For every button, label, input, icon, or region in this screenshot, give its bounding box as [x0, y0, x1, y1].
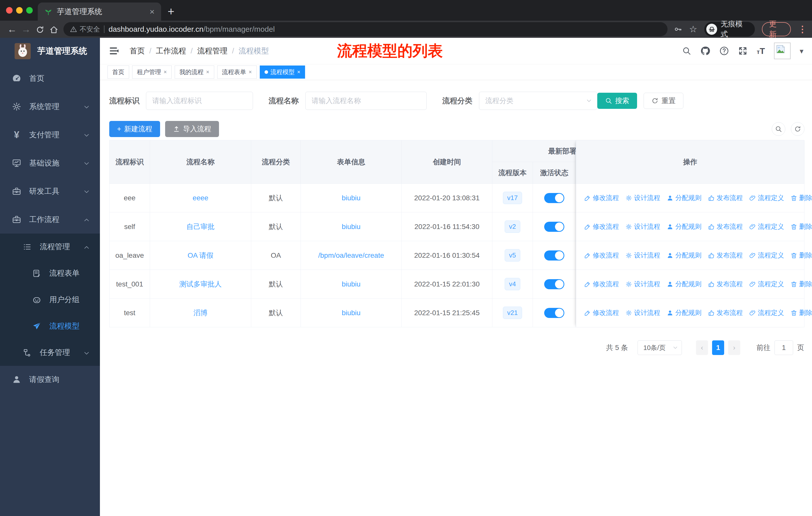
close-icon[interactable]: ×: [297, 69, 300, 75]
cell-form-link[interactable]: biubiu: [301, 212, 402, 241]
sidebar-item-infra[interactable]: 基础设施: [0, 149, 100, 177]
url-text[interactable]: dashboard.yudao.iocoder.cn/bpm/manager/m…: [109, 25, 274, 33]
sidebar-item-home[interactable]: 首页: [0, 64, 100, 92]
edit-process-link[interactable]: 修改流程: [584, 193, 619, 202]
edit-process-link[interactable]: 修改流程: [584, 251, 619, 260]
delete-link[interactable]: 删除: [791, 280, 812, 289]
active-toggle[interactable]: [544, 193, 564, 203]
help-icon[interactable]: [719, 46, 729, 56]
sidebar-item-workflow[interactable]: 工作流程: [0, 205, 100, 234]
sidebar-item-process-model[interactable]: 流程模型: [0, 313, 100, 340]
cell-name-link[interactable]: 滔博: [150, 299, 251, 327]
process-category-select[interactable]: 流程分类: [479, 92, 597, 110]
assign-rule-link[interactable]: 分配规则: [667, 222, 701, 231]
publish-process-link[interactable]: 发布流程: [708, 193, 743, 202]
cell-name-link[interactable]: eeee: [150, 184, 251, 212]
sidebar-item-process-form[interactable]: 流程表单: [0, 260, 100, 287]
address-bar[interactable]: 不安全 dashboard.yudao.iocoder.cn/bpm/manag…: [63, 22, 668, 36]
key-icon[interactable]: [674, 25, 682, 33]
cell-form-link[interactable]: biubiu: [301, 270, 402, 299]
tag-home[interactable]: 首页: [108, 65, 129, 79]
assign-rule-link[interactable]: 分配规则: [667, 280, 701, 289]
sidebar-item-payment[interactable]: ¥ 支付管理: [0, 121, 100, 149]
process-id-input[interactable]: [146, 92, 253, 110]
publish-process-link[interactable]: 发布流程: [708, 222, 743, 231]
forward-button[interactable]: →: [19, 24, 33, 35]
browser-menu-icon[interactable]: ⋮: [798, 24, 807, 34]
page-size-select[interactable]: 10条/页: [638, 341, 682, 355]
design-process-link[interactable]: 设计流程: [626, 222, 660, 231]
delete-link[interactable]: 删除: [791, 222, 812, 231]
edit-process-link[interactable]: 修改流程: [584, 308, 619, 317]
assign-rule-link[interactable]: 分配规则: [667, 251, 701, 260]
search-button[interactable]: 搜索: [597, 93, 637, 109]
reload-button[interactable]: [33, 24, 47, 35]
process-definition-link[interactable]: 流程定义: [749, 251, 784, 260]
sidebar-item-system[interactable]: 系统管理: [0, 92, 100, 121]
refresh-table-button[interactable]: [791, 122, 805, 136]
edit-process-link[interactable]: 修改流程: [584, 280, 619, 289]
import-process-button[interactable]: 导入流程: [165, 121, 219, 137]
close-icon[interactable]: ×: [206, 69, 209, 75]
breadcrumb-home[interactable]: 首页: [129, 46, 145, 56]
design-process-link[interactable]: 设计流程: [626, 251, 660, 260]
breadcrumb-workflow[interactable]: 工作流程: [156, 46, 186, 56]
delete-link[interactable]: 删除: [791, 308, 812, 317]
process-definition-link[interactable]: 流程定义: [749, 222, 784, 231]
update-chrome-button[interactable]: 更新: [762, 22, 791, 36]
tag-my-process[interactable]: 我的流程×: [175, 65, 214, 79]
delete-link[interactable]: 删除: [791, 193, 812, 202]
process-definition-link[interactable]: 流程定义: [749, 193, 784, 202]
breadcrumb-process-mgmt[interactable]: 流程管理: [197, 46, 228, 56]
cell-form-link[interactable]: biubiu: [301, 184, 402, 212]
version-badge[interactable]: v17: [503, 192, 522, 204]
active-toggle[interactable]: [544, 222, 564, 232]
prev-page-button[interactable]: ‹: [696, 341, 708, 355]
process-definition-link[interactable]: 流程定义: [749, 308, 784, 317]
version-badge[interactable]: v4: [505, 278, 520, 290]
version-badge[interactable]: v5: [505, 249, 520, 262]
tag-process-form[interactable]: 流程表单×: [217, 65, 257, 79]
site-security[interactable]: 不安全: [70, 25, 100, 34]
cell-name-link[interactable]: 自己审批: [150, 212, 251, 241]
assign-rule-link[interactable]: 分配规则: [667, 308, 701, 317]
publish-process-link[interactable]: 发布流程: [708, 308, 743, 317]
zoom-window-button[interactable]: [26, 7, 33, 13]
active-toggle[interactable]: [544, 250, 564, 261]
active-toggle[interactable]: [544, 308, 564, 318]
close-icon[interactable]: ×: [164, 69, 167, 75]
design-process-link[interactable]: 设计流程: [626, 280, 660, 289]
bookmark-star-icon[interactable]: ☆: [689, 24, 697, 34]
tag-process-model[interactable]: 流程模型×: [260, 65, 305, 79]
close-icon[interactable]: ×: [249, 69, 252, 75]
back-button[interactable]: ←: [5, 24, 19, 35]
cell-name-link[interactable]: OA 请假: [150, 241, 251, 270]
version-badge[interactable]: v2: [505, 220, 520, 233]
active-toggle[interactable]: [544, 279, 564, 289]
tag-tenant[interactable]: 租户管理×: [132, 65, 172, 79]
publish-process-link[interactable]: 发布流程: [708, 251, 743, 260]
design-process-link[interactable]: 设计流程: [626, 308, 660, 317]
sidebar-item-user-group[interactable]: 用户分组: [0, 287, 100, 313]
design-process-link[interactable]: 设计流程: [626, 193, 660, 202]
new-tab-button[interactable]: +: [168, 4, 174, 18]
edit-process-link[interactable]: 修改流程: [584, 222, 619, 231]
process-name-input[interactable]: [305, 92, 427, 110]
sidebar-item-devtools[interactable]: 研发工具: [0, 177, 100, 205]
publish-process-link[interactable]: 发布流程: [708, 280, 743, 289]
goto-page-input[interactable]: [775, 341, 793, 355]
next-page-button[interactable]: ›: [728, 341, 740, 355]
font-size-icon[interactable]: тT: [757, 46, 765, 56]
close-window-button[interactable]: [6, 7, 12, 13]
sidebar-item-process-mgmt[interactable]: 流程管理: [0, 234, 100, 260]
search-icon[interactable]: [682, 46, 691, 55]
window-controls[interactable]: [6, 7, 33, 13]
cell-name-link[interactable]: 测试多审批人: [150, 270, 251, 299]
page-1-button[interactable]: 1: [712, 341, 724, 355]
caret-down-icon[interactable]: ▾: [800, 47, 804, 55]
reset-button[interactable]: 重置: [644, 93, 684, 109]
toggle-search-button[interactable]: [772, 122, 785, 136]
sidebar-item-task-mgmt[interactable]: 任务管理: [0, 340, 100, 366]
sidebar-item-leave-query[interactable]: 请假查询: [0, 366, 100, 393]
version-badge[interactable]: v21: [503, 307, 522, 319]
